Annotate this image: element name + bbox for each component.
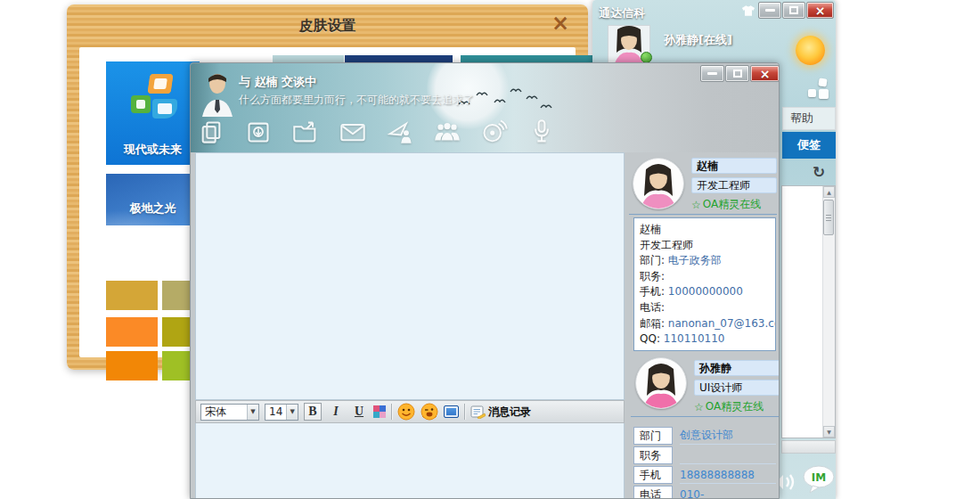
tab-help[interactable]: 帮助 xyxy=(782,107,836,130)
font-size-select[interactable]: 14 ▼ xyxy=(265,404,298,421)
voice-call-icon[interactable] xyxy=(479,118,509,147)
close-icon: × xyxy=(815,4,826,17)
capture-icon[interactable] xyxy=(243,118,273,147)
bird-decoration xyxy=(526,94,538,101)
app-title: 通达信科 xyxy=(599,5,645,21)
bird-decoration xyxy=(476,90,488,97)
scroll-up-icon[interactable]: ▲ xyxy=(823,186,835,198)
remote-assist-icon[interactable] xyxy=(385,118,414,147)
skin-tile-modern[interactable]: 现代或未来 xyxy=(106,61,200,165)
desktop: 皮肤设置 × 现代或未来 极地之光 通达信科 xyxy=(0,0,980,499)
screen-capture-icon[interactable] xyxy=(444,405,459,418)
divider xyxy=(629,214,777,215)
bird-decoration xyxy=(540,102,552,110)
bird-decoration xyxy=(510,86,522,94)
color-swatch[interactable] xyxy=(106,351,158,380)
self-job-title: UI设计师 xyxy=(694,380,780,396)
scrollbar[interactable]: ▲ ▼ xyxy=(822,186,835,438)
im-badge-text: IM xyxy=(812,471,826,484)
minimize-icon xyxy=(707,72,717,75)
self-oa-status[interactable]: ☆ OA精灵在线 xyxy=(694,399,764,414)
chat-header: 与 赵楠 交谈中 什么方面都要里力而行，不可能的就不要去追求了 × xyxy=(191,63,779,152)
divider xyxy=(631,416,779,417)
scrollbar-thumb[interactable] xyxy=(823,200,834,235)
divider xyxy=(464,404,465,420)
font-color-icon[interactable] xyxy=(373,405,386,418)
microphone-icon[interactable] xyxy=(527,118,556,147)
close-icon[interactable]: × xyxy=(549,12,572,35)
info-label: 手机 xyxy=(633,466,673,484)
close-button[interactable]: × xyxy=(750,65,780,82)
font-family-value: 宋体 xyxy=(201,405,247,420)
panel-resize-strip[interactable] xyxy=(781,440,836,454)
bold-button[interactable]: B xyxy=(304,403,322,421)
skin-tile-polar[interactable]: 极地之光 xyxy=(106,174,200,225)
minimize-button[interactable] xyxy=(700,65,724,82)
skin-window-title: 皮肤设置 xyxy=(67,17,588,36)
copy-icon[interactable] xyxy=(196,118,225,147)
minimize-button[interactable] xyxy=(758,2,781,19)
skin-tile-label: 极地之光 xyxy=(106,200,200,217)
apps-grid-icon[interactable] xyxy=(806,78,831,102)
contact-job-title: 开发工程师 xyxy=(691,177,777,193)
info-label: 职务 xyxy=(633,446,673,464)
info-label: 部门 xyxy=(633,427,673,445)
history-note-icon xyxy=(470,405,486,419)
message-display-area[interactable] xyxy=(195,152,625,400)
scroll-down-icon[interactable]: ▼ xyxy=(823,426,835,438)
send-file-icon[interactable] xyxy=(290,118,320,147)
close-icon: × xyxy=(760,68,771,80)
emoticon-smile-icon[interactable] xyxy=(397,403,415,421)
self-name: 孙雅静 xyxy=(694,360,780,376)
font-size-value: 14 xyxy=(265,405,286,418)
minimize-icon xyxy=(765,9,775,12)
editor-toolbar: 宋体 ▼ 14 ▼ B I U 消息记录 xyxy=(195,400,625,423)
chevron-down-icon: ▼ xyxy=(286,405,298,420)
close-button[interactable]: × xyxy=(806,2,834,19)
self-avatar xyxy=(635,357,687,409)
color-swatch[interactable] xyxy=(106,317,158,347)
tab-memo[interactable]: 便签 xyxy=(782,132,836,159)
mail-icon[interactable] xyxy=(338,118,367,147)
italic-button[interactable]: I xyxy=(327,403,345,421)
group-chat-icon[interactable] xyxy=(432,118,461,147)
bird-decoration xyxy=(494,97,506,104)
sun-weather-icon xyxy=(796,36,825,65)
contact-avatar xyxy=(633,158,684,209)
history-label: 消息记录 xyxy=(488,405,531,420)
info-value[interactable]: 18888888888 xyxy=(680,466,776,484)
info-value[interactable]: 010- xyxy=(680,486,776,499)
chat-toolbar xyxy=(196,115,556,149)
peer-signature: 什么方面都要里力而行，不可能的就不要去追求了 xyxy=(239,93,474,108)
skin-tile-label: 现代或未来 xyxy=(106,142,200,158)
peer-avatar xyxy=(200,70,235,117)
im-bubble-icon[interactable]: IM xyxy=(802,465,836,495)
memo-panel: ▲ ▼ xyxy=(781,185,836,438)
color-swatch[interactable] xyxy=(106,281,158,310)
info-label: 电话 xyxy=(633,486,673,499)
star-icon: ☆ xyxy=(694,401,704,413)
maximize-icon xyxy=(733,70,742,78)
emoticon-wink-icon[interactable] xyxy=(421,403,438,421)
info-value[interactable]: 创意设计部 xyxy=(680,427,776,445)
message-input-area[interactable] xyxy=(195,423,625,499)
tongda-logo-icon xyxy=(129,74,177,124)
maximize-button[interactable] xyxy=(782,2,805,19)
font-family-select[interactable]: 宋体 ▼ xyxy=(200,404,259,421)
chat-title: 与 赵楠 交谈中 xyxy=(239,74,316,90)
chevron-down-icon: ▼ xyxy=(247,405,258,420)
chat-window: 与 赵楠 交谈中 什么方面都要里力而行，不可能的就不要去追求了 × xyxy=(190,62,780,499)
contact-name: 赵楠 xyxy=(691,158,777,174)
star-icon: ☆ xyxy=(691,199,701,211)
maximize-button[interactable] xyxy=(725,65,749,82)
skin-shirt-icon[interactable] xyxy=(740,2,756,19)
underline-button[interactable]: U xyxy=(350,403,368,421)
divider xyxy=(391,404,392,420)
current-user-status: 孙雅静[在线] xyxy=(664,32,732,48)
contact-oa-status[interactable]: ☆ OA精灵在线 xyxy=(691,197,761,212)
message-history-button[interactable]: 消息记录 xyxy=(470,405,531,420)
contact-detail-box: 赵楠 开发工程师 部门: 电子政务部 职务: 手机: 10000000000 电… xyxy=(633,217,776,351)
refresh-icon[interactable]: ↻ xyxy=(809,162,829,182)
maximize-icon xyxy=(789,6,798,14)
info-value[interactable] xyxy=(680,446,776,464)
